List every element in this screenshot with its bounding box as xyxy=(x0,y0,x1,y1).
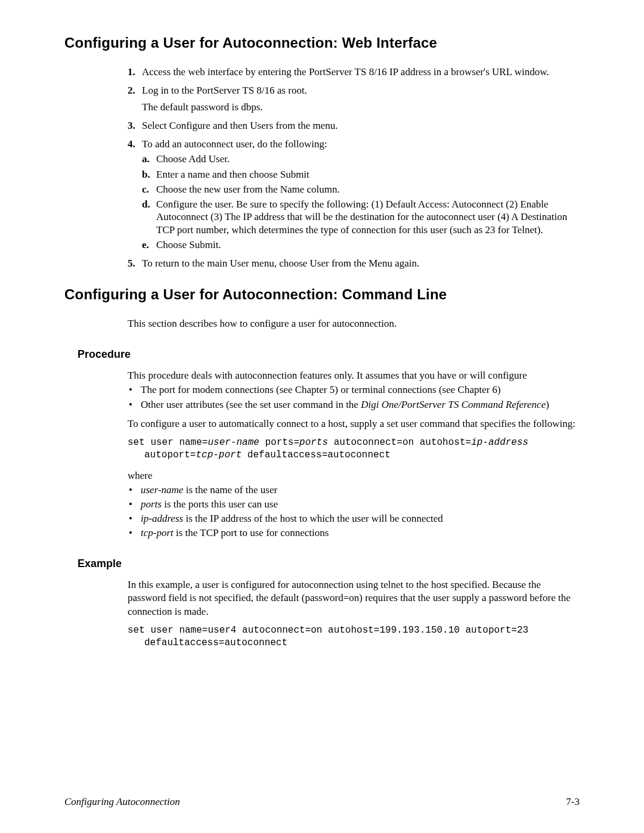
code-arg: user-name xyxy=(208,437,259,448)
where-item-4: tcp-port is the TCP port to use for conn… xyxy=(128,527,580,540)
where-term: ip-address xyxy=(141,513,183,524)
step-marker: 1. xyxy=(128,66,135,78)
section1-body: 1. Access the web interface by entering … xyxy=(128,66,580,270)
substep-b: b. Enter a name and then choose Submit xyxy=(142,168,580,181)
example-body: In this example, a user is configured fo… xyxy=(128,578,580,649)
where-rest: is the TCP port to use for connections xyxy=(174,527,329,538)
where-item-3: ip-address is the IP address of the host… xyxy=(128,512,580,525)
substeps-list: a. Choose Add User. b. Enter a name and … xyxy=(142,153,580,251)
step-marker: 3. xyxy=(128,119,135,132)
assumption-2-em: Digi One/PortServer TS Command Reference xyxy=(361,399,546,410)
substep-marker: a. xyxy=(142,153,150,165)
code-arg: ip-address xyxy=(471,437,528,448)
procedure-command: set user name=user-name ports=ports auto… xyxy=(128,436,580,462)
substep-text: Choose Add User. xyxy=(156,153,230,165)
where-label: where xyxy=(128,469,580,482)
code-seg: set user name= xyxy=(128,437,208,448)
code-seg: autoconnect=on autohost= xyxy=(328,437,471,448)
example-heading: Example xyxy=(78,558,580,570)
step-marker: 2. xyxy=(128,84,135,97)
assumption-2-post: ) xyxy=(546,399,549,410)
step-marker: 5. xyxy=(128,257,135,270)
step-text: Log in to the PortServer TS 8/16 as root… xyxy=(142,85,307,96)
substep-text: Choose the new user from the Name column… xyxy=(156,184,340,195)
step-1: 1. Access the web interface by entering … xyxy=(128,66,580,78)
where-term: user-name xyxy=(141,484,183,496)
step-text: To return to the main User menu, choose … xyxy=(142,258,419,269)
step-text: Select Configure and then Users from the… xyxy=(142,120,338,131)
step-2-extra: The default password is dbps. xyxy=(142,101,580,113)
substep-marker: c. xyxy=(142,183,149,196)
code-arg: ports xyxy=(299,437,328,448)
code-line-1: set user name=user4 autoconnect=on autoh… xyxy=(128,625,528,636)
procedure-p2: To configure a user to automatically con… xyxy=(128,417,580,431)
assumption-2-pre: Other user attributes (see the set user … xyxy=(141,399,361,410)
heading-web-interface: Configuring a User for Autoconnection: W… xyxy=(64,35,580,51)
code-seg: ports= xyxy=(259,437,299,448)
assumption-1: The port for modem connections (see Chap… xyxy=(128,383,580,397)
procedure-intro: This procedure deals with autoconnection… xyxy=(128,369,580,382)
step-3: 3. Select Configure and then Users from … xyxy=(128,119,580,132)
substep-marker: b. xyxy=(142,168,150,181)
step-marker: 4. xyxy=(128,138,135,150)
where-rest: is the ports this user can use xyxy=(162,498,278,510)
substep-marker: e. xyxy=(142,239,149,251)
substep-text: Configure the user. Be sure to specify t… xyxy=(156,199,567,236)
substep-text: Choose Submit. xyxy=(156,239,221,250)
procedure-heading: Procedure xyxy=(78,348,580,361)
page-footer: Configuring Autoconnection 7-3 xyxy=(64,796,580,808)
where-term: tcp-port xyxy=(141,527,174,538)
where-item-2: ports is the ports this user can use xyxy=(128,498,580,511)
example-command: set user name=user4 autoconnect=on autoh… xyxy=(128,624,580,650)
step-4: 4. To add an autoconnect user, do the fo… xyxy=(128,138,580,251)
substep-marker: d. xyxy=(142,198,150,210)
section2-intro: This section describes how to configure … xyxy=(128,317,580,330)
footer-page-number: 7-3 xyxy=(566,796,580,808)
substep-text: Enter a name and then choose Submit xyxy=(156,169,309,180)
code-arg: tcp-port xyxy=(196,450,242,460)
assumption-2: Other user attributes (see the set user … xyxy=(128,398,580,411)
procedure-body: This procedure deals with autoconnection… xyxy=(128,369,580,540)
code-line-2: defaultaccess=autoconnect xyxy=(128,637,287,650)
intro-text: This section describes how to configure … xyxy=(128,317,580,330)
substep-c: c. Choose the new user from the Name col… xyxy=(142,183,580,196)
substep-a: a. Choose Add User. xyxy=(142,153,580,165)
substep-e: e. Choose Submit. xyxy=(142,239,580,251)
document-page: Configuring a User for Autoconnection: W… xyxy=(0,0,644,833)
code-seg: autoport= xyxy=(144,450,196,460)
where-term: ports xyxy=(141,498,162,510)
web-steps-list: 1. Access the web interface by entering … xyxy=(128,66,580,270)
step-5: 5. To return to the main User menu, choo… xyxy=(128,257,580,270)
where-list: user-name is the name of the user ports … xyxy=(128,484,580,540)
footer-title: Configuring Autoconnection xyxy=(64,796,180,808)
step-2: 2. Log in to the PortServer TS 8/16 as r… xyxy=(128,84,580,113)
example-text: In this example, a user is configured fo… xyxy=(128,578,580,618)
step-text: Access the web interface by entering the… xyxy=(142,66,549,78)
step-text: To add an autoconnect user, do the follo… xyxy=(142,138,327,150)
substep-d: d. Configure the user. Be sure to specif… xyxy=(142,198,580,236)
where-item-1: user-name is the name of the user xyxy=(128,484,580,497)
where-rest: is the IP address of the host to which t… xyxy=(183,513,443,524)
procedure-assumptions: The port for modem connections (see Chap… xyxy=(128,383,580,411)
code-seg: defaultaccess=autoconnect xyxy=(242,450,391,460)
heading-command-line: Configuring a User for Autoconnection: C… xyxy=(64,286,580,303)
where-rest: is the name of the user xyxy=(183,484,277,496)
